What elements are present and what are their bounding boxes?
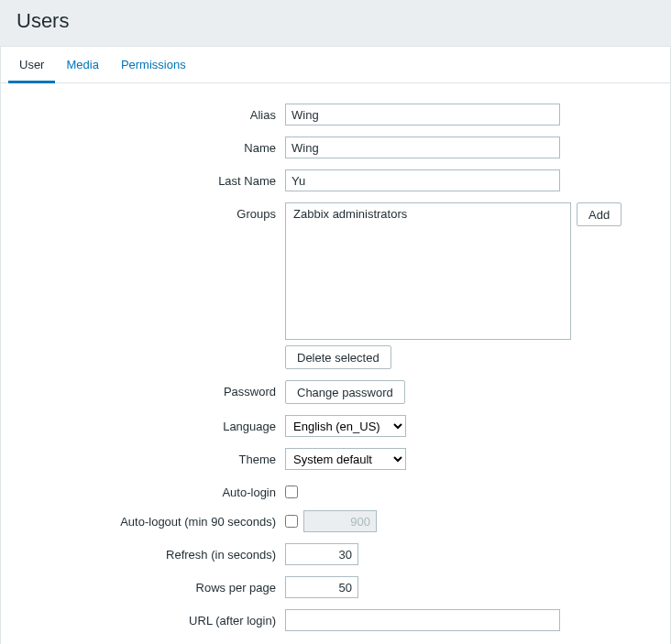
alias-input[interactable]	[285, 104, 560, 126]
tab-permissions[interactable]: Permissions	[110, 47, 197, 82]
page-title: Users	[16, 9, 654, 33]
user-form: Alias Name Last Name Groups Zabbix admin…	[1, 83, 670, 644]
last-name-input[interactable]	[285, 169, 560, 191]
label-language: Language	[17, 415, 285, 433]
auto-login-checkbox[interactable]	[285, 486, 298, 498]
label-auto-login: Auto-login	[17, 481, 285, 499]
label-groups: Groups	[17, 202, 285, 221]
label-theme: Theme	[17, 448, 285, 466]
groups-listbox[interactable]: Zabbix administrators	[285, 202, 571, 340]
label-url: URL (after login)	[17, 609, 285, 628]
label-last-name: Last Name	[17, 169, 285, 188]
theme-select[interactable]: System default	[285, 448, 406, 470]
label-name: Name	[17, 136, 285, 155]
tab-media[interactable]: Media	[55, 47, 109, 82]
auto-logout-checkbox[interactable]	[285, 515, 298, 528]
label-refresh: Refresh (in seconds)	[17, 543, 285, 562]
label-rows: Rows per page	[17, 576, 285, 595]
language-select[interactable]: English (en_US)	[285, 415, 406, 437]
delete-selected-button[interactable]: Delete selected	[285, 345, 391, 369]
add-group-button[interactable]: Add	[577, 202, 622, 226]
page-header: Users	[0, 0, 671, 46]
group-item[interactable]: Zabbix administrators	[286, 203, 570, 224]
tab-bar: User Media Permissions	[1, 47, 670, 83]
refresh-input[interactable]	[285, 543, 358, 565]
content-panel: User Media Permissions Alias Name Last N…	[0, 46, 671, 644]
label-auto-logout: Auto-logout (min 90 seconds)	[17, 510, 285, 529]
auto-logout-input	[303, 510, 377, 532]
url-input[interactable]	[285, 609, 560, 631]
label-alias: Alias	[17, 104, 285, 122]
name-input[interactable]	[285, 136, 560, 158]
change-password-button[interactable]: Change password	[285, 380, 405, 404]
rows-per-page-input[interactable]	[285, 576, 358, 598]
tab-user[interactable]: User	[8, 47, 55, 82]
label-password: Password	[17, 380, 285, 398]
